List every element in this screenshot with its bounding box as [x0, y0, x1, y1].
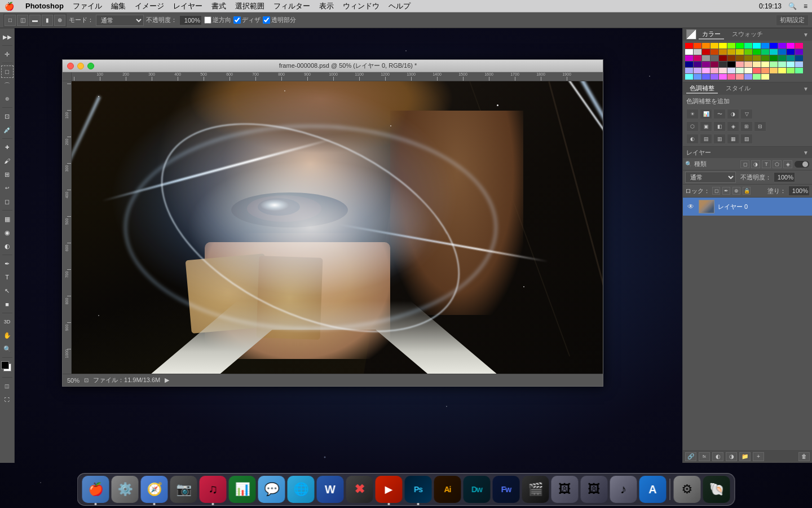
photofilter-adj-btn[interactable]: ◈ — [727, 121, 739, 132]
menu-edit[interactable]: 編集 — [111, 1, 126, 11]
dodge-tool[interactable]: ◐ — [1, 240, 14, 252]
fullscreen-btn[interactable]: ⛶ — [1, 393, 14, 406]
mode-select[interactable]: 通常 乗算 スクリーン — [96, 15, 144, 26]
dock-sysprefs[interactable]: ⚙️ — [112, 476, 139, 503]
dock-itunes[interactable]: ♫ — [200, 476, 227, 503]
swatch-item[interactable] — [702, 43, 710, 49]
dock-itunes2[interactable]: ♪ — [610, 476, 637, 503]
path-select-tool[interactable]: ↖ — [1, 284, 14, 297]
swatch-item[interactable] — [795, 49, 803, 55]
swatch-item[interactable] — [787, 68, 795, 73]
swatch-item[interactable] — [778, 49, 786, 55]
tool-shape-rect[interactable]: □ — [5, 15, 16, 26]
dock-finalcut[interactable]: 🎬 — [522, 476, 549, 503]
swatch-item[interactable] — [719, 68, 727, 73]
swatch-item[interactable] — [787, 55, 795, 61]
swatch-item[interactable] — [761, 43, 769, 49]
swatch-item[interactable] — [761, 62, 769, 67]
layer-delete-btn[interactable]: 🗑 — [798, 452, 810, 461]
swatch-item[interactable] — [685, 74, 693, 80]
swatch-item[interactable] — [719, 43, 727, 49]
swatch-item[interactable] — [770, 49, 778, 55]
tool-shape-row[interactable]: ▬ — [29, 15, 41, 26]
swatch-item[interactable] — [761, 74, 769, 80]
layer-blend-mode-select[interactable]: 通常 — [685, 172, 736, 183]
brightness-adj-btn[interactable]: ☀ — [686, 109, 699, 119]
lock-transparent-btn[interactable]: ◻ — [712, 187, 720, 195]
swatch-item[interactable] — [761, 55, 769, 61]
swatch-item[interactable] — [736, 55, 744, 61]
swatch-item[interactable] — [727, 55, 735, 61]
swatch-item[interactable] — [702, 49, 710, 55]
swatch-item[interactable] — [719, 55, 727, 61]
crop-tool[interactable]: ⊡ — [1, 110, 14, 122]
levels-adj-btn[interactable]: 📊 — [700, 109, 712, 119]
dock-illustrator[interactable]: Ai — [434, 476, 461, 503]
layer-filter-smart-btn[interactable]: ◈ — [783, 160, 792, 168]
swatch-item[interactable] — [719, 62, 727, 67]
swatch-item[interactable] — [753, 43, 761, 49]
swatches-tab[interactable]: スウォッチ — [729, 30, 766, 40]
window-close-btn[interactable] — [67, 63, 74, 69]
swatch-item[interactable] — [736, 62, 744, 67]
colorbalance-adj-btn[interactable]: ▣ — [700, 121, 712, 132]
adj-collapse-btn[interactable]: ▼ — [803, 86, 809, 92]
swatch-item[interactable] — [753, 62, 761, 67]
swatch-item[interactable] — [787, 43, 795, 49]
dock-preview[interactable]: 🖼 — [551, 476, 579, 503]
quick-select-tool[interactable]: ⊛ — [1, 93, 14, 105]
reverse-checkbox[interactable] — [204, 16, 211, 24]
swatch-item[interactable] — [753, 68, 761, 73]
tool-shape-fixed[interactable]: ◫ — [17, 15, 28, 26]
swatch-item[interactable] — [710, 62, 718, 67]
apple-menu-icon[interactable]: 🍎 — [5, 2, 14, 11]
swatch-item[interactable] — [778, 62, 786, 67]
swatch-item[interactable] — [753, 74, 761, 80]
expand-panel-btn[interactable]: ▶▶ — [1, 30, 14, 43]
swatch-item[interactable] — [685, 55, 693, 61]
layer-filter-type-btn[interactable]: T — [762, 160, 771, 168]
swatch-item[interactable] — [685, 49, 693, 55]
color-tab[interactable]: カラー — [699, 30, 724, 40]
swatch-item[interactable] — [727, 68, 735, 73]
swatch-item[interactable] — [736, 68, 744, 73]
layer-opacity-input[interactable] — [774, 172, 795, 182]
menu-select[interactable]: 選択範囲 — [235, 1, 264, 11]
blur-tool[interactable]: ◉ — [1, 226, 14, 239]
swatch-item[interactable] — [736, 49, 744, 55]
bw-adj-btn[interactable]: ◧ — [713, 121, 726, 132]
menu-view[interactable]: 表示 — [319, 1, 334, 11]
layer-filter-toggle[interactable] — [794, 160, 810, 168]
swatch-item[interactable] — [694, 74, 701, 80]
shape-tool[interactable]: ■ — [1, 298, 14, 310]
menu-window[interactable]: ウィンドウ — [343, 1, 379, 11]
panel-menu-icon[interactable]: ▼ — [803, 32, 809, 38]
swatch-item[interactable] — [702, 74, 710, 80]
swatch-item[interactable] — [778, 68, 786, 73]
search-icon[interactable]: 🔍 — [788, 2, 797, 10]
swatch-item[interactable] — [727, 43, 735, 49]
dock-sysprefs2[interactable]: ⚙ — [674, 476, 701, 503]
layer-filter-adj-btn[interactable]: ◑ — [751, 160, 760, 168]
swatch-item[interactable] — [778, 55, 786, 61]
dock-fireworks[interactable]: Fw — [493, 476, 520, 503]
opacity-input[interactable] — [179, 15, 202, 25]
swatch-item[interactable] — [736, 74, 744, 80]
menu-extras-icon[interactable]: ≡ — [804, 2, 807, 10]
vibrance-adj-btn[interactable]: ▽ — [740, 109, 753, 119]
tool-shape-col[interactable]: ▮ — [42, 15, 53, 26]
eyedropper-tool[interactable]: 💉 — [1, 124, 14, 136]
hsl-adj-btn[interactable]: ⬡ — [686, 121, 699, 132]
swatch-item[interactable] — [770, 62, 778, 67]
swatch-item[interactable] — [710, 74, 718, 80]
adjustments-tab[interactable]: 色調補整 — [686, 84, 718, 94]
swatch-item[interactable] — [685, 62, 693, 67]
swatch-item[interactable] — [719, 74, 727, 80]
swatch-item[interactable] — [710, 68, 718, 73]
menu-file[interactable]: ファイル — [73, 1, 102, 11]
menu-photoshop[interactable]: Photoshop — [25, 2, 64, 10]
3d-tool[interactable]: 3D — [1, 316, 14, 328]
posterize-adj-btn[interactable]: ▤ — [700, 134, 712, 144]
brush-tool[interactable]: 🖌 — [1, 155, 14, 167]
invert-adj-btn[interactable]: ◐ — [686, 134, 699, 144]
